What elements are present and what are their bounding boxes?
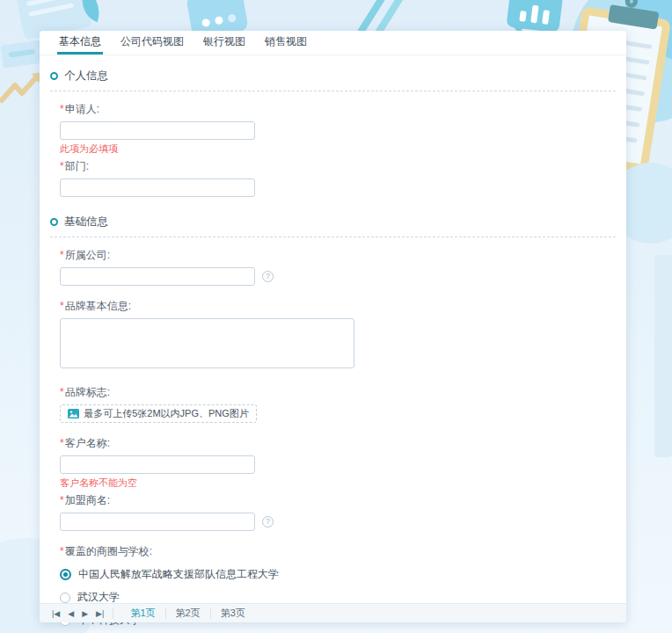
deco-bar-chart-bubble-icon [506,0,563,33]
applicant-input[interactable] [60,121,255,140]
coverage-label: *覆盖的商圈与学校: [60,544,616,559]
prev-page-icon[interactable]: ◀ [68,609,74,618]
radio-selected-icon [60,569,71,580]
brand-info-textarea[interactable] [60,318,354,368]
image-icon [68,409,79,418]
section-bullet-icon [50,72,58,80]
page-button-2[interactable]: 第2页 [168,607,208,620]
company-input[interactable] [60,267,255,286]
first-page-icon[interactable]: |◀ [52,609,60,618]
customer-name-label: *客户名称: [60,436,616,451]
upload-hint: 最多可上传5张2M以内JPG、PNG图片 [84,407,249,420]
page-button-3[interactable]: 第3页 [213,607,253,620]
deco-zigzag-arrow [0,72,44,104]
brand-info-label: *品牌基本信息: [60,299,616,314]
pager-separator [113,608,113,619]
tab-sales-view[interactable]: 销售视图 [263,31,309,55]
customer-name-input[interactable] [60,455,255,474]
radio-unselected-icon [60,593,70,603]
tab-bar: 基本信息 公司代码视图 银行视图 销售视图 [40,31,626,55]
section-title: 个人信息 [64,69,108,84]
form-panel: 基本信息 公司代码视图 银行视图 销售视图 个人信息 *申请人: 此项为必填项 … [40,31,626,622]
customer-name-error: 客户名称不能为空 [60,477,616,490]
help-icon[interactable]: ? [262,516,274,528]
coverage-option-1[interactable]: 中国人民解放军战略支援部队信息工程大学 [60,567,616,582]
franchise-name-input[interactable] [60,513,255,531]
applicant-error: 此项为必填项 [60,142,616,156]
applicant-label: *申请人: [60,102,616,117]
pager-separator [210,608,211,619]
tab-bank-view[interactable]: 银行视图 [201,31,247,55]
last-page-icon[interactable]: ▶| [96,609,104,618]
form-content: 个人信息 *申请人: 此项为必填项 *部门: 基础信息 *所属公司: ? *品牌… [40,55,626,633]
page-button-1[interactable]: 第1页 [122,607,163,620]
department-input[interactable] [60,178,255,197]
tab-basic-info[interactable]: 基本信息 [57,31,103,55]
pager-separator [165,608,166,619]
department-label: *部门: [60,159,616,174]
section-title: 基础信息 [64,215,108,229]
pager-arrows: |◀ ◀ ▶ ▶| [52,609,104,618]
brand-logo-label: *品牌标志: [60,385,616,400]
pagination-bar: |◀ ◀ ▶ ▶| 第1页 第2页 第3页 [40,603,626,622]
tab-company-code-view[interactable]: 公司代码视图 [119,31,186,55]
section-bullet-icon [50,218,58,226]
deco-strip [654,255,672,457]
company-label: *所属公司: [60,248,616,263]
section-basic-info: 基础信息 [50,197,616,237]
franchise-name-label: *加盟商名: [60,493,616,508]
brand-logo-upload[interactable]: 最多可上传5张2M以内JPG、PNG图片 [60,404,257,423]
help-icon[interactable]: ? [262,271,274,282]
section-personal-info: 个人信息 [50,55,616,91]
next-page-icon[interactable]: ▶ [82,609,88,618]
